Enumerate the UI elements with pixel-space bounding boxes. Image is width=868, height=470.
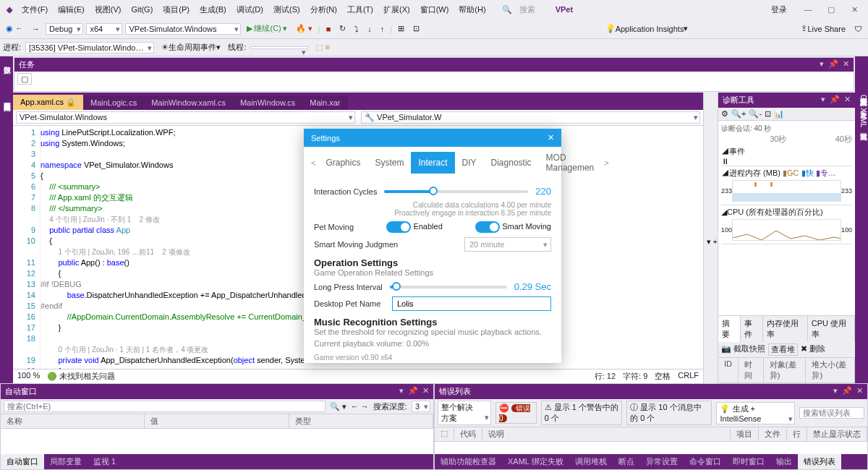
- settings-tab-system[interactable]: System: [367, 152, 411, 174]
- interaction-cycles-slider[interactable]: [384, 190, 528, 193]
- context-namespace[interactable]: VPet-Simulator.Windows: [16, 111, 355, 124]
- task-filter-icon[interactable]: ▢: [17, 73, 32, 85]
- stackframe-icon[interactable]: ⬚ ≡: [312, 41, 332, 54]
- maximize-icon[interactable]: ▢: [820, 2, 842, 17]
- diag-pin-icon[interactable]: 📌: [830, 95, 840, 106]
- settings-close-icon[interactable]: ✕: [548, 133, 554, 142]
- btab-output[interactable]: 输出: [770, 454, 798, 469]
- menu-window[interactable]: 窗口(W): [416, 2, 454, 17]
- target-select[interactable]: VPet-Simulator.Windows: [125, 23, 241, 35]
- menu-test[interactable]: 测试(S): [269, 2, 305, 17]
- menu-view[interactable]: 视图(V): [90, 2, 126, 17]
- smart-judge-select[interactable]: 20 minute: [464, 237, 551, 252]
- btab-errlist[interactable]: 错误列表: [798, 454, 841, 469]
- settings-tab-interact[interactable]: Interact: [411, 152, 454, 174]
- process-select[interactable]: [35336] VPet-Simulator.Windo…: [25, 42, 154, 54]
- toolbox-icon[interactable]: ⊞: [395, 22, 407, 35]
- pane-close-icon[interactable]: ✕: [843, 59, 849, 70]
- btab-immediate[interactable]: 即时窗口: [727, 454, 770, 469]
- diag-snapshot-button[interactable]: 📷 截取快照: [721, 343, 765, 356]
- menu-build[interactable]: 生成(B): [195, 2, 231, 17]
- diag-close-icon[interactable]: ✕: [844, 95, 851, 106]
- menu-tools[interactable]: 工具(T): [343, 2, 378, 17]
- tab-mainxar[interactable]: Main.xar: [302, 95, 347, 110]
- right-rail[interactable]: 解决方案资源管理器 Git 更改 XAML实时预览: [855, 93, 868, 383]
- smart-moving-toggle[interactable]: [475, 221, 500, 233]
- btab-a11y[interactable]: 辅助功能检查器: [435, 454, 502, 469]
- add-tab-icon[interactable]: ▾ +: [707, 237, 718, 247]
- err-close-icon[interactable]: ✕: [856, 386, 863, 397]
- restart-icon[interactable]: ↻: [336, 22, 349, 35]
- err-count-button[interactable]: ⛔ 错误 0: [495, 402, 537, 424]
- stop-icon[interactable]: ■: [323, 23, 334, 35]
- menu-git[interactable]: Git(G): [127, 3, 157, 16]
- diag-tab-mem[interactable]: 内存使用率: [763, 316, 807, 342]
- login-link[interactable]: 登录: [767, 2, 791, 17]
- auto-pin-icon[interactable]: 📌: [408, 386, 418, 397]
- err-search-input[interactable]: [799, 407, 864, 419]
- settings-tab-next-icon[interactable]: >: [601, 158, 611, 167]
- diag-delete-button[interactable]: ✖ 删除: [801, 343, 825, 356]
- left-rail-datasrc[interactable]: 数据源: [0, 56, 13, 93]
- btab-breakpoints[interactable]: 断点: [613, 454, 640, 469]
- long-press-slider[interactable]: [390, 286, 507, 289]
- btab-locals[interactable]: 局部变量: [44, 454, 88, 469]
- auto-depth-select[interactable]: 3: [412, 401, 430, 412]
- diag-events[interactable]: ◢事件: [721, 146, 852, 157]
- tab-mainlogic[interactable]: MainLogic.cs: [83, 95, 144, 110]
- auto-nav-icon[interactable]: ← →: [351, 402, 369, 411]
- warn-count-button[interactable]: ⚠ 显示 1 个警告中的 0 个: [541, 401, 622, 425]
- err-pin-icon[interactable]: 📌: [842, 386, 852, 397]
- left-rail-toolbox[interactable]: 服务器资源管理器 工具箱: [0, 93, 13, 383]
- close-icon[interactable]: ✕: [843, 2, 865, 17]
- admin-icon[interactable]: 🛡: [851, 23, 865, 35]
- pane-dropdown-icon[interactable]: ▾: [820, 59, 824, 70]
- liveshare-button[interactable]: ⇪ Live Share: [798, 22, 848, 35]
- btab-xamlbind[interactable]: XAML 绑定失败: [502, 454, 569, 469]
- config-select[interactable]: Debug: [46, 23, 83, 35]
- menu-ext[interactable]: 扩展(X): [379, 2, 414, 17]
- settings-tab-diy[interactable]: DIY: [455, 152, 484, 174]
- settings-tab-prev-icon[interactable]: <: [308, 158, 318, 167]
- diag-tab-summary[interactable]: 摘要: [718, 316, 741, 342]
- tab-mainwindow-xaml[interactable]: MainWindow.xaml.cs: [144, 95, 233, 110]
- btab-auto[interactable]: 自动窗口: [1, 454, 44, 469]
- diag-zoomin-icon[interactable]: 🔍+: [731, 109, 746, 119]
- toolbox2-icon[interactable]: ⊡: [410, 22, 422, 35]
- pane-pin-icon[interactable]: 📌: [828, 59, 838, 70]
- context-class[interactable]: 🔧 VPet_Simulator.W: [361, 111, 700, 124]
- eol-mode[interactable]: CRLF: [678, 371, 699, 382]
- platform-select[interactable]: x64: [86, 23, 122, 35]
- menu-analyze[interactable]: 分析(N): [306, 2, 341, 17]
- global-search[interactable]: 🔍 搜索: [498, 0, 544, 20]
- diag-chart-icon[interactable]: 📊: [774, 109, 784, 119]
- diag-zoomout-icon[interactable]: 🔍-: [749, 109, 762, 119]
- hot-reload-icon[interactable]: 🔥 ▾: [293, 22, 315, 35]
- menu-edit[interactable]: 编辑(E): [54, 2, 89, 17]
- btab-watch[interactable]: 监视 1: [88, 454, 122, 469]
- issues-indicator[interactable]: 🟢 未找到相关问题: [47, 371, 115, 382]
- auto-search-input[interactable]: [4, 401, 326, 412]
- tab-app-xaml-cs[interactable]: App.xaml.cs 🔒: [13, 95, 83, 110]
- auto-search-icon[interactable]: 🔍 ▾: [330, 402, 346, 411]
- diag-tab-cpu[interactable]: CPU 使用率: [808, 316, 855, 342]
- diag-tab-events[interactable]: 事件: [741, 316, 763, 342]
- msg-count-button[interactable]: ⓘ 显示 10 个消息中的 0 个: [626, 401, 712, 425]
- step-into-icon[interactable]: ↓: [365, 23, 375, 35]
- diag-filter-button[interactable]: 查看堆: [768, 343, 798, 356]
- btab-cmd[interactable]: 命令窗口: [684, 454, 727, 469]
- menu-file[interactable]: 文件(F): [17, 2, 52, 17]
- diag-mem-label[interactable]: ◢进程内存 (MB) ▮GC ▮快 ▮专…: [721, 168, 852, 179]
- pet-moving-toggle[interactable]: [386, 221, 411, 233]
- settings-tab-graphics[interactable]: Graphics: [318, 152, 367, 174]
- step-over-icon[interactable]: ⤵: [352, 23, 362, 35]
- err-dropdown-icon[interactable]: ▾: [833, 386, 838, 397]
- err-scope-select[interactable]: 整个解决方案: [438, 401, 491, 425]
- nav-back-icon[interactable]: ◉ ←: [3, 22, 26, 35]
- diag-dropdown-icon[interactable]: ▾: [821, 95, 825, 106]
- lifecycle-button[interactable]: ☀ 生命周期事件 ▾: [158, 40, 224, 54]
- pet-name-input[interactable]: [392, 296, 551, 311]
- auto-dropdown-icon[interactable]: ▾: [399, 386, 404, 397]
- auto-close-icon[interactable]: ✕: [422, 386, 429, 397]
- step-out-icon[interactable]: ↑: [378, 23, 388, 35]
